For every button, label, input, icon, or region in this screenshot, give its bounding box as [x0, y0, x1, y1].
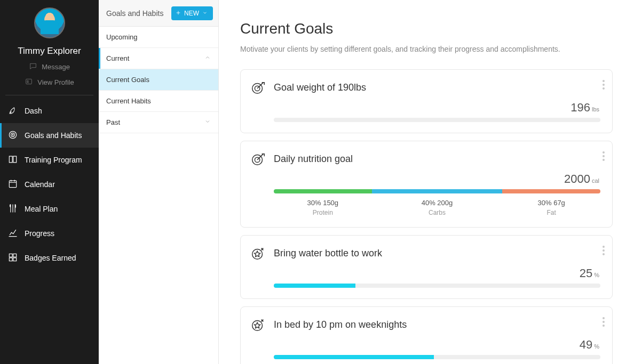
goal-title: Bring water bottle to work	[274, 248, 382, 259]
message-link[interactable]: Message	[29, 62, 70, 72]
macro-protein-col: 30% 150g Protein	[274, 199, 372, 216]
sub-panel-header: Goals and Habits NEW	[99, 0, 218, 27]
goal-title: Daily nutrition goal	[274, 153, 353, 165]
sidebar: Timmy Explorer Message View Profile Dash…	[0, 0, 99, 364]
sub-panel: Goals and Habits NEW Upcoming Current Cu…	[99, 0, 219, 364]
macro-carbs-seg	[372, 189, 503, 193]
filter-current[interactable]: Current	[99, 48, 218, 69]
nav-badges-label: Badges Earned	[25, 254, 76, 262]
nav-training-label: Training Program	[25, 156, 82, 164]
star-badge-icon	[250, 317, 266, 333]
client-name: Timmy Explorer	[0, 46, 99, 56]
macro-protein-grams: 150g	[323, 199, 338, 207]
macro-carbs-grams: 200g	[437, 199, 453, 207]
macro-carbs-pct: 40%	[422, 199, 435, 207]
goal-card-water: Bring water bottle to work 25 %	[240, 235, 613, 299]
card-menu-button[interactable]	[603, 78, 605, 91]
view-profile-label: View Profile	[37, 78, 74, 86]
filter-past[interactable]: Past	[99, 112, 218, 133]
card-menu-button[interactable]	[603, 150, 605, 163]
rocket-icon	[7, 105, 18, 117]
macro-protein-seg	[274, 189, 372, 193]
filter-current-habits-label: Current Habits	[106, 97, 151, 105]
nav-calendar[interactable]: Calendar	[0, 172, 99, 197]
nav-mealplan[interactable]: Meal Plan	[0, 197, 99, 221]
svg-rect-0	[26, 79, 32, 84]
main-content: Current Goals Motivate your clients by s…	[219, 0, 634, 364]
message-icon	[29, 62, 37, 72]
macro-fat-grams: 67g	[553, 199, 565, 207]
macro-carbs-label: Carbs	[372, 209, 503, 216]
goal-unit: %	[594, 343, 599, 350]
svg-point-3	[11, 133, 15, 136]
svg-rect-8	[9, 257, 12, 261]
progress-bar	[274, 118, 600, 122]
profile-links: Message View Profile	[0, 62, 99, 95]
nav-goals-label: Goals and Habits	[25, 131, 82, 140]
svg-point-2	[9, 131, 16, 138]
nav-mealplan-label: Meal Plan	[25, 205, 58, 213]
nav-dash[interactable]: Dash	[0, 99, 99, 123]
filter-current-goals[interactable]: Current Goals	[99, 69, 218, 91]
page-subtitle: Motivate your clients by setting differe…	[240, 45, 613, 53]
filter-upcoming-label: Upcoming	[106, 33, 138, 41]
plus-icon	[176, 10, 181, 17]
target-arrow-icon	[250, 79, 266, 95]
nav-progress-label: Progress	[25, 229, 54, 238]
svg-rect-9	[13, 257, 17, 261]
svg-rect-5	[9, 181, 16, 188]
new-button[interactable]: NEW	[171, 6, 213, 20]
macro-protein-pct: 30%	[307, 199, 321, 207]
nav-badges[interactable]: Badges Earned	[0, 246, 99, 270]
svg-point-4	[12, 134, 13, 135]
macro-carbs-col: 40% 200g Carbs	[372, 199, 503, 216]
goal-unit: lbs	[592, 106, 599, 112]
goal-title: Goal weight of 190lbs	[274, 82, 366, 93]
chevron-down-icon	[202, 10, 208, 17]
target-arrow-icon	[250, 151, 266, 167]
macro-labels: 30% 150g Protein 40% 200g Carbs 30% 67g …	[274, 199, 600, 216]
svg-rect-7	[13, 254, 17, 257]
goal-value: 25	[580, 266, 592, 280]
filter-current-goals-label: Current Goals	[106, 76, 149, 84]
progress-fill	[274, 355, 434, 359]
goal-card-nutrition: Daily nutrition goal 2000 cal 30% 150g P…	[240, 141, 613, 228]
chevron-up-icon	[204, 54, 211, 62]
filter-past-label: Past	[106, 118, 120, 126]
card-menu-button[interactable]	[603, 316, 605, 328]
svg-rect-6	[9, 254, 12, 257]
goal-value: 2000	[564, 172, 590, 186]
chevron-down-icon	[204, 118, 211, 126]
page-title: Current Goals	[240, 20, 613, 37]
nav-training[interactable]: Training Program	[0, 148, 99, 172]
avatar[interactable]	[34, 7, 65, 38]
book-icon	[7, 154, 18, 166]
nav-goals[interactable]: Goals and Habits	[0, 123, 99, 148]
sub-panel-title: Goals and Habits	[106, 9, 163, 18]
calendar-icon	[7, 179, 18, 191]
nav-progress[interactable]: Progress	[0, 221, 99, 246]
target-icon	[7, 130, 18, 142]
goal-title: In bed by 10 pm on weeknights	[274, 319, 407, 330]
macro-fat-col: 30% 67g Fat	[502, 199, 600, 216]
card-menu-button[interactable]	[603, 244, 605, 257]
goal-card-bedtime: In bed by 10 pm on weeknights 49 %	[240, 306, 613, 364]
chart-icon	[7, 228, 18, 240]
filter-upcoming[interactable]: Upcoming	[99, 27, 218, 48]
macro-fat-pct: 30%	[538, 199, 552, 207]
view-profile-link[interactable]: View Profile	[25, 77, 74, 87]
progress-bar	[274, 284, 600, 288]
profile-icon	[25, 77, 33, 87]
avatar-wrap	[0, 5, 99, 44]
progress-fill	[274, 284, 355, 288]
nav-calendar-label: Calendar	[25, 180, 55, 189]
sidebar-divider	[5, 95, 93, 95]
macro-protein-label: Protein	[274, 209, 372, 216]
macro-bar	[274, 189, 600, 193]
goal-unit: %	[594, 272, 599, 278]
star-badge-icon	[250, 245, 266, 261]
goal-unit: cal	[592, 177, 599, 184]
filter-current-habits[interactable]: Current Habits	[99, 91, 218, 112]
sidebar-nav: Dash Goals and Habits Training Program C…	[0, 99, 99, 270]
filter-current-label: Current	[106, 54, 129, 62]
